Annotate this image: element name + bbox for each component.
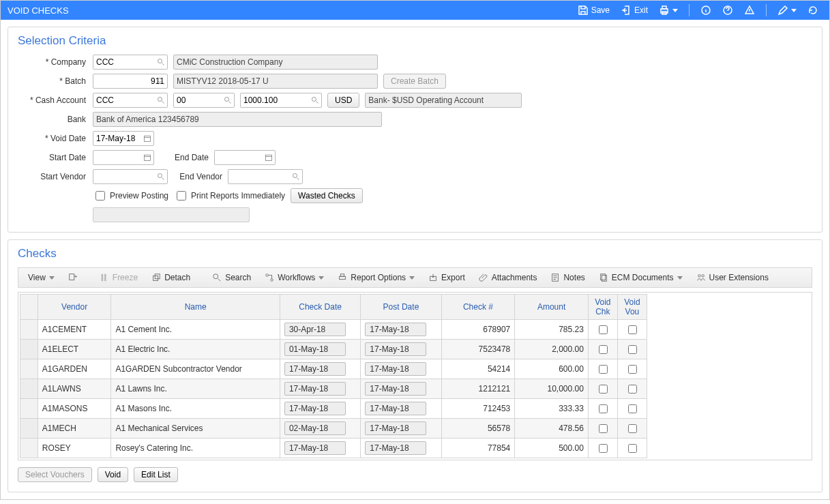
page-title: VOID CHECKS (8, 5, 69, 16)
void-chk-checkbox[interactable] (599, 424, 608, 433)
cell-void-chk[interactable] (588, 359, 617, 379)
col-amount[interactable]: Amount (515, 295, 589, 320)
cell-void-vou[interactable] (617, 379, 647, 399)
void-vou-checkbox[interactable] (628, 325, 637, 334)
void-button[interactable]: Void (98, 467, 128, 482)
start-date-input[interactable] (93, 150, 154, 165)
preview-posting-checkbox[interactable]: Preview Posting (93, 189, 168, 203)
row-selector[interactable] (20, 399, 38, 419)
cell-void-chk[interactable] (588, 439, 617, 458)
create-batch-button[interactable]: Create Batch (383, 74, 446, 89)
cell-check-date: 02-May-18 (280, 419, 360, 439)
company-code-input[interactable] (93, 55, 168, 70)
cell-void-vou[interactable] (617, 340, 647, 359)
cell-void-vou[interactable] (617, 439, 647, 458)
cell-void-vou[interactable] (617, 359, 647, 379)
info-button[interactable] (696, 3, 715, 17)
cash-acct-gl-input[interactable] (240, 93, 322, 108)
attachments-button[interactable]: Attachments (473, 271, 543, 284)
svg-rect-24 (341, 274, 344, 277)
col-void-vou[interactable]: Void Vou (617, 295, 647, 320)
exit-button[interactable]: Exit (617, 3, 652, 17)
void-vou-checkbox[interactable] (628, 345, 637, 354)
col-name[interactable]: Name (111, 295, 280, 320)
table-row[interactable]: A1CEMENTA1 Cement Inc.30-Apr-1817-May-18… (20, 320, 647, 340)
table-row[interactable]: A1GARDENA1GARDEN Subcontractor Vendor17-… (20, 359, 647, 379)
svg-point-21 (266, 274, 269, 277)
cell-void-chk[interactable] (588, 340, 617, 359)
export-button[interactable]: Export (423, 271, 471, 284)
workflows-menu[interactable]: Workflows (259, 271, 329, 284)
cell-void-chk[interactable] (588, 379, 617, 399)
col-check-no[interactable]: Check # (441, 295, 515, 320)
currency-button[interactable]: USD (327, 93, 359, 108)
search-button[interactable]: Search (207, 271, 256, 284)
col-check-date[interactable]: Check Date (280, 295, 360, 320)
cell-void-chk[interactable] (588, 320, 617, 340)
freeze-button[interactable]: Freeze (94, 271, 143, 284)
void-chk-checkbox[interactable] (599, 325, 608, 334)
alert-button[interactable] (740, 3, 759, 17)
void-vou-checkbox[interactable] (628, 385, 637, 394)
view-menu[interactable]: View (23, 271, 60, 284)
row-selector[interactable] (20, 340, 38, 359)
save-button[interactable]: Save (574, 3, 614, 17)
table-row[interactable]: A1LAWNSA1 Lawns Inc.17-May-1817-May-1812… (20, 379, 647, 399)
refresh-button[interactable] (803, 3, 822, 17)
select-vouchers-button[interactable]: Select Vouchers (18, 467, 92, 482)
table-row[interactable]: A1MECHA1 Mechanical Services02-May-1817-… (20, 419, 647, 439)
row-selector[interactable] (20, 439, 38, 458)
cash-acct-dept-input[interactable] (173, 93, 235, 108)
cell-amount: 785.23 (515, 320, 589, 340)
notes-button[interactable]: Notes (545, 271, 590, 284)
col-void-chk[interactable]: Void Chk (588, 295, 617, 320)
cell-void-vou[interactable] (617, 320, 647, 340)
cell-check-date: 17-May-18 (280, 379, 360, 399)
export-grid-button[interactable] (63, 271, 83, 284)
table-row[interactable]: A1MASONSA1 Masons Inc.17-May-1817-May-18… (20, 399, 647, 419)
detach-button[interactable]: Detach (146, 271, 196, 284)
col-vendor[interactable]: Vendor (38, 295, 111, 320)
report-options-menu[interactable]: Report Options (332, 271, 420, 284)
start-vendor-input[interactable] (93, 169, 168, 184)
cell-check-date: 17-May-18 (280, 439, 360, 458)
print-menu[interactable] (655, 3, 682, 17)
row-selector[interactable] (20, 320, 38, 340)
end-date-input[interactable] (214, 150, 276, 165)
void-date-input[interactable] (93, 131, 154, 146)
table-row[interactable]: ROSEYRosey's Catering Inc.17-May-1817-Ma… (20, 439, 647, 458)
col-post-date[interactable]: Post Date (361, 295, 441, 320)
help-button[interactable] (718, 3, 737, 17)
end-vendor-input[interactable] (228, 169, 303, 184)
edit-menu[interactable] (773, 3, 801, 17)
void-vou-checkbox[interactable] (628, 365, 637, 374)
void-vou-checkbox[interactable] (628, 424, 637, 433)
cell-void-vou[interactable] (617, 399, 647, 419)
cell-void-chk[interactable] (588, 419, 617, 439)
row-selector[interactable] (20, 359, 38, 379)
void-vou-checkbox[interactable] (628, 444, 637, 453)
col-select[interactable] (20, 295, 38, 320)
notes-icon (550, 273, 560, 282)
void-chk-checkbox[interactable] (599, 365, 608, 374)
ecm-documents-menu[interactable]: ECM Documents (593, 271, 688, 284)
edit-list-button[interactable]: Edit List (134, 467, 178, 482)
table-row[interactable]: A1ELECTA1 Electric Inc.01-May-1817-May-1… (20, 340, 647, 359)
void-chk-checkbox[interactable] (599, 345, 608, 354)
void-chk-checkbox[interactable] (599, 404, 608, 413)
void-chk-checkbox[interactable] (599, 444, 608, 453)
cell-void-vou[interactable] (617, 419, 647, 439)
print-reports-checkbox[interactable]: Print Reports Immediately (174, 189, 285, 203)
cell-name: A1 Cement Inc. (111, 320, 280, 340)
cash-acct-comp-input[interactable] (93, 93, 168, 108)
row-selector[interactable] (20, 419, 38, 439)
batch-input[interactable] (93, 74, 168, 89)
void-vou-checkbox[interactable] (628, 404, 637, 413)
wasted-checks-button[interactable]: Wasted Checks (291, 188, 363, 203)
cell-void-chk[interactable] (588, 399, 617, 419)
user-extensions-button[interactable]: User Extensions (691, 271, 774, 284)
company-name-display: CMiC Construction Company (173, 55, 378, 70)
label-company: Company (18, 57, 86, 67)
void-chk-checkbox[interactable] (599, 385, 608, 394)
row-selector[interactable] (20, 379, 38, 399)
